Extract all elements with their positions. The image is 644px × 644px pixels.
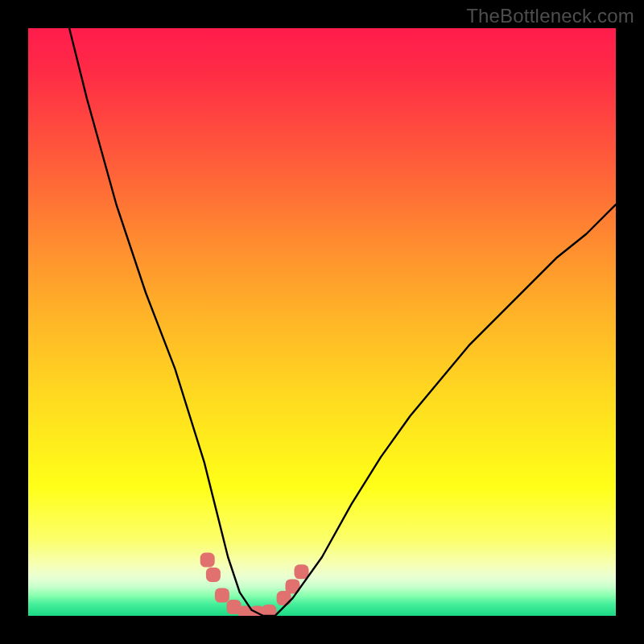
- bottleneck-curve: [69, 28, 616, 616]
- valley-marker: [250, 605, 265, 616]
- plot-area: [28, 28, 616, 616]
- markers-group: [200, 553, 309, 616]
- chart-svg: [28, 28, 616, 616]
- valley-marker: [238, 605, 253, 616]
- chart-frame: TheBottleneck.com: [0, 0, 644, 644]
- valley-marker: [206, 568, 221, 582]
- watermark-text: TheBottleneck.com: [466, 5, 634, 27]
- valley-marker: [215, 588, 229, 603]
- valley-marker: [227, 600, 242, 614]
- valley-marker: [200, 553, 215, 568]
- valley-marker: [277, 591, 291, 605]
- valley-marker: [286, 580, 300, 594]
- valley-marker: [262, 605, 276, 616]
- valley-marker: [295, 564, 309, 579]
